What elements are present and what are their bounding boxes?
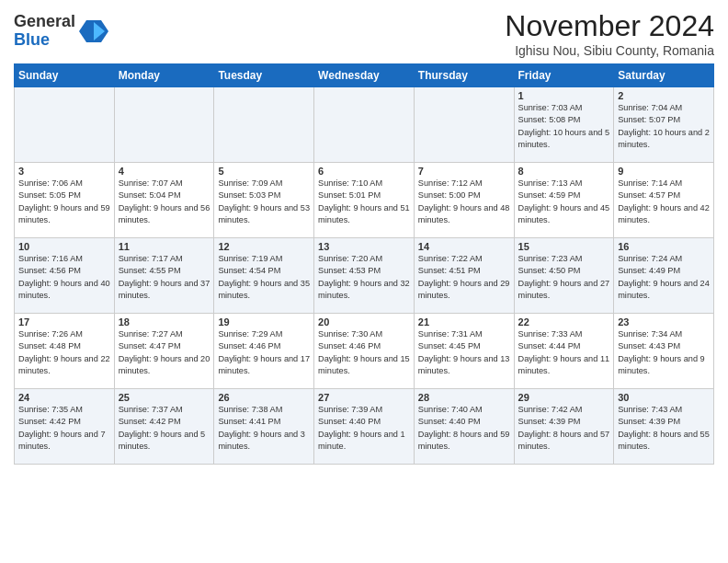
- calendar-week-0: 1Sunrise: 7:03 AM Sunset: 5:08 PM Daylig…: [15, 87, 714, 163]
- col-monday: Monday: [114, 64, 214, 87]
- col-sunday: Sunday: [15, 64, 115, 87]
- day-info: Sunrise: 7:20 AM Sunset: 4:53 PM Dayligh…: [318, 253, 410, 302]
- day-number: 24: [18, 392, 110, 403]
- calendar-cell: 7Sunrise: 7:12 AM Sunset: 5:00 PM Daylig…: [414, 163, 514, 238]
- calendar-cell: 20Sunrise: 7:30 AM Sunset: 4:46 PM Dayli…: [314, 314, 415, 389]
- day-info: Sunrise: 7:43 AM Sunset: 4:39 PM Dayligh…: [618, 404, 710, 453]
- day-number: 8: [518, 166, 610, 177]
- day-info: Sunrise: 7:42 AM Sunset: 4:39 PM Dayligh…: [518, 404, 610, 453]
- day-info: Sunrise: 7:13 AM Sunset: 4:59 PM Dayligh…: [518, 178, 610, 226]
- calendar-cell: 30Sunrise: 7:43 AM Sunset: 4:39 PM Dayli…: [614, 389, 714, 465]
- header-row: Sunday Monday Tuesday Wednesday Thursday…: [15, 64, 714, 87]
- day-info: Sunrise: 7:31 AM Sunset: 4:45 PM Dayligh…: [418, 328, 510, 377]
- day-number: 30: [618, 392, 710, 403]
- day-info: Sunrise: 7:22 AM Sunset: 4:51 PM Dayligh…: [418, 253, 510, 302]
- calendar-cell: 16Sunrise: 7:24 AM Sunset: 4:49 PM Dayli…: [614, 238, 714, 314]
- day-info: Sunrise: 7:10 AM Sunset: 5:01 PM Dayligh…: [318, 178, 410, 226]
- day-info: Sunrise: 7:33 AM Sunset: 4:44 PM Dayligh…: [518, 328, 610, 377]
- day-info: Sunrise: 7:17 AM Sunset: 4:55 PM Dayligh…: [119, 253, 210, 302]
- day-number: 17: [18, 316, 110, 327]
- day-number: 15: [518, 241, 610, 252]
- calendar-cell: [414, 87, 514, 163]
- calendar-cell: 17Sunrise: 7:26 AM Sunset: 4:48 PM Dayli…: [15, 314, 115, 389]
- calendar-cell: 22Sunrise: 7:33 AM Sunset: 4:44 PM Dayli…: [514, 314, 614, 389]
- logo-general-text: General: [14, 13, 75, 31]
- calendar-cell: 19Sunrise: 7:29 AM Sunset: 4:46 PM Dayli…: [214, 314, 314, 389]
- day-number: 18: [119, 316, 210, 327]
- day-info: Sunrise: 7:39 AM Sunset: 4:40 PM Dayligh…: [318, 404, 410, 453]
- calendar-cell: 14Sunrise: 7:22 AM Sunset: 4:51 PM Dayli…: [414, 238, 514, 314]
- logo-blue-text: Blue: [14, 31, 75, 50]
- day-number: 21: [418, 316, 510, 327]
- day-number: 20: [318, 316, 410, 327]
- calendar-cell: 5Sunrise: 7:09 AM Sunset: 5:03 PM Daylig…: [214, 163, 314, 238]
- day-number: 11: [119, 241, 210, 252]
- calendar-week-1: 3Sunrise: 7:06 AM Sunset: 5:05 PM Daylig…: [15, 163, 714, 238]
- logo-icon: [79, 17, 108, 46]
- col-wednesday: Wednesday: [314, 64, 415, 87]
- calendar-cell: 12Sunrise: 7:19 AM Sunset: 4:54 PM Dayli…: [214, 238, 314, 314]
- day-number: 4: [119, 166, 210, 177]
- day-info: Sunrise: 7:04 AM Sunset: 5:07 PM Dayligh…: [618, 102, 710, 151]
- day-info: Sunrise: 7:38 AM Sunset: 4:41 PM Dayligh…: [218, 404, 310, 453]
- col-friday: Friday: [514, 64, 614, 87]
- day-number: 1: [518, 90, 610, 101]
- calendar-cell: 24Sunrise: 7:35 AM Sunset: 4:42 PM Dayli…: [15, 389, 115, 465]
- calendar-cell: [114, 87, 214, 163]
- day-info: Sunrise: 7:26 AM Sunset: 4:48 PM Dayligh…: [18, 328, 110, 377]
- day-info: Sunrise: 7:27 AM Sunset: 4:47 PM Dayligh…: [119, 328, 210, 377]
- day-info: Sunrise: 7:16 AM Sunset: 4:56 PM Dayligh…: [18, 253, 110, 302]
- calendar-cell: 6Sunrise: 7:10 AM Sunset: 5:01 PM Daylig…: [314, 163, 415, 238]
- logo: General Blue: [14, 13, 108, 50]
- calendar-cell: 10Sunrise: 7:16 AM Sunset: 4:56 PM Dayli…: [15, 238, 115, 314]
- calendar-cell: 11Sunrise: 7:17 AM Sunset: 4:55 PM Dayli…: [114, 238, 214, 314]
- calendar-cell: [314, 87, 415, 163]
- day-number: 29: [518, 392, 610, 403]
- calendar-cell: 25Sunrise: 7:37 AM Sunset: 4:42 PM Dayli…: [114, 389, 214, 465]
- calendar-cell: 13Sunrise: 7:20 AM Sunset: 4:53 PM Dayli…: [314, 238, 415, 314]
- title-area: November 2024 Ighisu Nou, Sibiu County, …: [505, 9, 714, 58]
- calendar-cell: 15Sunrise: 7:23 AM Sunset: 4:50 PM Dayli…: [514, 238, 614, 314]
- calendar-cell: 21Sunrise: 7:31 AM Sunset: 4:45 PM Dayli…: [414, 314, 514, 389]
- day-info: Sunrise: 7:30 AM Sunset: 4:46 PM Dayligh…: [318, 328, 410, 377]
- month-title: November 2024: [505, 9, 714, 43]
- day-info: Sunrise: 7:23 AM Sunset: 4:50 PM Dayligh…: [518, 253, 610, 302]
- day-number: 7: [418, 166, 510, 177]
- calendar-cell: 9Sunrise: 7:14 AM Sunset: 4:57 PM Daylig…: [614, 163, 714, 238]
- calendar-cell: 26Sunrise: 7:38 AM Sunset: 4:41 PM Dayli…: [214, 389, 314, 465]
- day-info: Sunrise: 7:35 AM Sunset: 4:42 PM Dayligh…: [18, 404, 110, 453]
- day-info: Sunrise: 7:19 AM Sunset: 4:54 PM Dayligh…: [218, 253, 310, 302]
- day-number: 19: [218, 316, 310, 327]
- day-info: Sunrise: 7:07 AM Sunset: 5:04 PM Dayligh…: [119, 178, 210, 226]
- calendar-table: Sunday Monday Tuesday Wednesday Thursday…: [14, 63, 714, 465]
- day-number: 3: [18, 166, 110, 177]
- day-number: 9: [618, 166, 710, 177]
- day-number: 26: [218, 392, 310, 403]
- day-info: Sunrise: 7:09 AM Sunset: 5:03 PM Dayligh…: [218, 178, 310, 226]
- day-number: 2: [618, 90, 710, 101]
- day-info: Sunrise: 7:12 AM Sunset: 5:00 PM Dayligh…: [418, 178, 510, 226]
- calendar-cell: 28Sunrise: 7:40 AM Sunset: 4:40 PM Dayli…: [414, 389, 514, 465]
- day-number: 14: [418, 241, 510, 252]
- calendar-cell: 1Sunrise: 7:03 AM Sunset: 5:08 PM Daylig…: [514, 87, 614, 163]
- day-number: 10: [18, 241, 110, 252]
- day-number: 23: [618, 316, 710, 327]
- calendar-cell: 2Sunrise: 7:04 AM Sunset: 5:07 PM Daylig…: [614, 87, 714, 163]
- header: General Blue November 2024 Ighisu Nou, S…: [14, 9, 714, 58]
- calendar-cell: 18Sunrise: 7:27 AM Sunset: 4:47 PM Dayli…: [114, 314, 214, 389]
- day-number: 5: [218, 166, 310, 177]
- calendar-cell: 23Sunrise: 7:34 AM Sunset: 4:43 PM Dayli…: [614, 314, 714, 389]
- day-number: 27: [318, 392, 410, 403]
- calendar-cell: [15, 87, 115, 163]
- day-info: Sunrise: 7:24 AM Sunset: 4:49 PM Dayligh…: [618, 253, 710, 302]
- col-tuesday: Tuesday: [214, 64, 314, 87]
- calendar-week-3: 17Sunrise: 7:26 AM Sunset: 4:48 PM Dayli…: [15, 314, 714, 389]
- day-number: 22: [518, 316, 610, 327]
- day-info: Sunrise: 7:40 AM Sunset: 4:40 PM Dayligh…: [418, 404, 510, 453]
- day-info: Sunrise: 7:34 AM Sunset: 4:43 PM Dayligh…: [618, 328, 710, 377]
- day-info: Sunrise: 7:06 AM Sunset: 5:05 PM Dayligh…: [18, 178, 110, 226]
- calendar-cell: 29Sunrise: 7:42 AM Sunset: 4:39 PM Dayli…: [514, 389, 614, 465]
- day-number: 13: [318, 241, 410, 252]
- day-info: Sunrise: 7:14 AM Sunset: 4:57 PM Dayligh…: [618, 178, 710, 226]
- day-number: 16: [618, 241, 710, 252]
